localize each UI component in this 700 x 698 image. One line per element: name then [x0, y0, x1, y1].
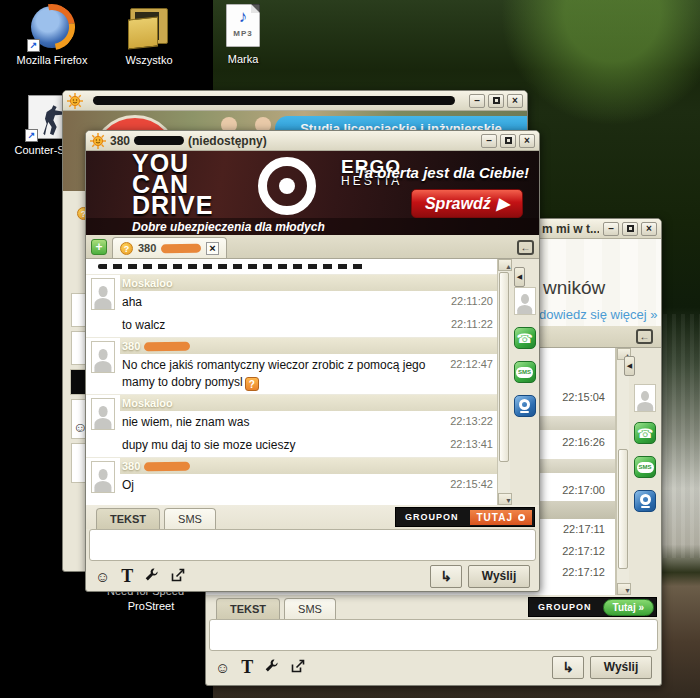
window-front: 380 (niedostępny) – × YOU CAN DRIVE ERGO…: [85, 130, 540, 592]
dock-conversation-icon[interactable]: ←: [636, 329, 653, 344]
composer-tabs-row: TEKST SMS GROUPON Tutaj »: [206, 595, 661, 619]
share-export-icon[interactable]: [170, 567, 186, 586]
composer-toolbar: ☺ T ↳ Wyślij: [206, 651, 661, 683]
window-back-titlebar[interactable]: – ×: [63, 91, 527, 111]
target-dot-icon: [518, 514, 525, 521]
tab-sms[interactable]: SMS: [164, 508, 216, 529]
new-conversation-icon[interactable]: +: [91, 239, 107, 255]
ad-headline: YOU CAN DRIVE: [132, 153, 213, 216]
groupon-cta-button[interactable]: TUTAJ: [470, 510, 532, 525]
redacted-number: [144, 461, 190, 471]
chat-message: dupy mu daj to sie moze ucieszy 22:13:41: [120, 434, 497, 457]
redacted-message: [98, 264, 368, 269]
shortcut-arrow-icon: ↗: [25, 129, 38, 142]
groupon-logo: GROUPON: [398, 512, 466, 522]
chat-message: to walcz 22:11:22: [120, 314, 497, 337]
desktop-icon-wszystko[interactable]: Wszystko: [103, 4, 195, 67]
scrollbar-thumb[interactable]: [618, 449, 628, 569]
dock-conversation-icon[interactable]: ←: [517, 240, 534, 255]
message-group: Moskaloo nie wiem, nie znam was 22:13:22…: [86, 394, 497, 457]
send-button[interactable]: Wyślij: [468, 565, 530, 588]
composer-toolbar: ☺ T ↳ Wyślij: [86, 561, 539, 591]
groupon-ad-banner[interactable]: GROUPON Tutaj »: [528, 597, 657, 617]
emoticons-icon[interactable]: ☺: [95, 568, 110, 585]
chat-message: aha 22:11:20: [120, 291, 497, 314]
desktop-icon-label: Mozilla Firefox: [6, 54, 98, 67]
scrollbar-thumb[interactable]: [499, 272, 509, 462]
message-timestamp: 22:11:22: [451, 317, 493, 330]
scrollbar[interactable]: ▲ ▼: [497, 259, 510, 505]
message-input[interactable]: [89, 529, 536, 561]
send-button[interactable]: Wyślij: [590, 656, 652, 679]
emoticons-icon[interactable]: ☺: [215, 659, 230, 676]
maximize-button[interactable]: [500, 134, 516, 148]
learn-more-link[interactable]: dowiedz się więcej »: [539, 307, 658, 322]
sms-icon[interactable]: SMS: [634, 456, 656, 478]
window-title-number: 380: [110, 134, 130, 148]
minimize-button[interactable]: –: [481, 134, 497, 148]
send-on-enter-icon[interactable]: ↳: [430, 565, 462, 588]
sender-name: 380: [122, 340, 140, 352]
message-group: 380 No chce jakiś romantyczny wieczor zr…: [86, 337, 497, 394]
message-input[interactable]: [209, 619, 658, 651]
desktop-icon-firefox[interactable]: ↗ Mozilla Firefox: [6, 4, 98, 67]
avatar: [91, 461, 115, 493]
redacted-number: [134, 136, 184, 145]
groupon-cta-button[interactable]: Tutaj »: [603, 599, 654, 616]
right-window-side-panel: ☎ SMS: [629, 348, 661, 595]
tab-tekst[interactable]: TEKST: [96, 508, 160, 529]
mp3-file-icon: ♪ MP3: [220, 3, 266, 49]
avatar: [91, 398, 115, 430]
front-window-side-panel: ☎ SMS: [510, 259, 539, 505]
message-timestamp: 22:13:22: [450, 414, 493, 427]
share-export-icon[interactable]: [290, 658, 306, 677]
phone-call-icon[interactable]: ☎: [514, 327, 536, 349]
redacted-window-title: [93, 96, 455, 105]
desktop-icon-marka[interactable]: ♪ MP3 Marka: [200, 3, 286, 66]
ad-tagline: Dobre ubezpieczenia dla młodych: [86, 218, 539, 235]
conversation-tab[interactable]: ? 380 ×: [112, 237, 227, 258]
chat-message-area: Moskaloo aha 22:11:20 to walcz 22:11:22: [86, 259, 497, 505]
youcandrive-ad-banner[interactable]: YOU CAN DRIVE ERGO HESTIA Ta oferta jest…: [86, 151, 539, 235]
avatar: [91, 278, 115, 310]
tools-wrench-icon[interactable]: [144, 567, 159, 585]
minimize-button[interactable]: –: [603, 222, 619, 236]
text-format-icon[interactable]: T: [241, 657, 253, 678]
arrow-right-icon: ▶: [497, 194, 509, 213]
scrollbar[interactable]: ▲ ▼: [616, 348, 629, 595]
close-button[interactable]: ×: [641, 222, 657, 236]
groupon-logo: GROUPON: [531, 602, 599, 612]
ad-offer-text: Ta oferta jest dla Ciebie!: [356, 164, 529, 181]
collapse-panel-icon[interactable]: ◀: [624, 356, 635, 376]
sender-name: Moskaloo: [122, 397, 173, 409]
contact-avatar: [514, 287, 536, 315]
collapse-panel-icon[interactable]: ◀: [514, 267, 525, 287]
maximize-button[interactable]: [488, 94, 504, 108]
maximize-button[interactable]: [622, 222, 638, 236]
tools-wrench-icon[interactable]: [264, 658, 279, 676]
webcam-icon[interactable]: [634, 490, 656, 512]
sender-name: 380: [122, 460, 140, 472]
send-on-enter-icon[interactable]: ↳: [552, 656, 584, 679]
phone-call-icon[interactable]: ☎: [634, 422, 656, 444]
close-button[interactable]: ×: [507, 94, 523, 108]
text-format-icon[interactable]: T: [121, 566, 133, 587]
close-button[interactable]: ×: [519, 134, 535, 148]
coin-question-icon: ?: [120, 242, 133, 255]
sms-icon[interactable]: SMS: [514, 361, 536, 383]
window-front-titlebar[interactable]: 380 (niedostępny) – ×: [86, 131, 539, 151]
tab-tekst[interactable]: TEKST: [216, 598, 280, 619]
folder-icon: [126, 4, 172, 50]
sun-status-icon: [90, 133, 106, 149]
firefox-icon: ↗: [29, 4, 75, 50]
minimize-button[interactable]: –: [469, 94, 485, 108]
conversation-tabbar: + ? 380 × ←: [86, 235, 539, 259]
message-timestamp: 22:11:20: [451, 294, 493, 307]
desktop: ↗ Mozilla Firefox Wszystko ♪ MP3 Marka ↗…: [0, 0, 700, 698]
message-group: 380 Oj 22:15:42: [86, 457, 497, 497]
sprawdz-button[interactable]: Sprawdź▶: [411, 189, 523, 218]
tab-sms[interactable]: SMS: [284, 598, 336, 619]
close-tab-icon[interactable]: ×: [206, 242, 218, 255]
webcam-icon[interactable]: [514, 395, 536, 417]
groupon-ad-banner[interactable]: GROUPON TUTAJ: [395, 507, 535, 527]
